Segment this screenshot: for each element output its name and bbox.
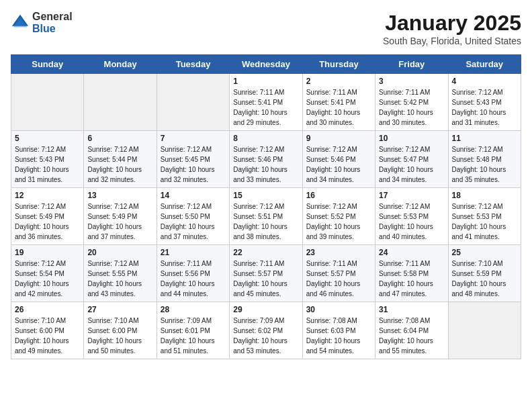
calendar-cell: 1Sunrise: 7:11 AMSunset: 5:41 PMDaylight…: [230, 74, 302, 131]
day-info: Sunrise: 7:09 AMSunset: 6:01 PMDaylight:…: [161, 316, 226, 356]
day-info: Sunrise: 7:12 AMSunset: 5:44 PMDaylight:…: [87, 144, 152, 185]
calendar-cell: 28Sunrise: 7:09 AMSunset: 6:01 PMDayligh…: [157, 302, 229, 359]
day-info: Sunrise: 7:12 AMSunset: 5:54 PMDaylight:…: [15, 259, 80, 299]
day-info: Sunrise: 7:12 AMSunset: 5:55 PMDaylight:…: [87, 259, 152, 299]
calendar-cell: 26Sunrise: 7:10 AMSunset: 6:00 PMDayligh…: [11, 302, 84, 359]
calendar-cell: 7Sunrise: 7:12 AMSunset: 5:45 PMDaylight…: [157, 131, 229, 188]
day-number: 2: [306, 77, 371, 86]
page-header: General Blue January 2025 South Bay, Flo…: [11, 11, 521, 46]
weekday-header-tuesday: Tuesday: [157, 55, 229, 74]
calendar-table: SundayMondayTuesdayWednesdayThursdayFrid…: [11, 54, 521, 359]
calendar-cell: [84, 74, 157, 131]
calendar-cell: [157, 74, 229, 131]
day-number: 11: [452, 134, 517, 143]
day-info: Sunrise: 7:11 AMSunset: 5:56 PMDaylight:…: [161, 259, 226, 299]
calendar-cell: 17Sunrise: 7:12 AMSunset: 5:53 PMDayligh…: [375, 188, 448, 245]
day-number: 28: [161, 305, 226, 314]
day-number: 29: [233, 305, 298, 314]
calendar-cell: 15Sunrise: 7:12 AMSunset: 5:51 PMDayligh…: [230, 188, 302, 245]
day-info: Sunrise: 7:12 AMSunset: 5:53 PMDaylight:…: [452, 201, 517, 242]
day-number: 9: [306, 134, 371, 143]
day-info: Sunrise: 7:12 AMSunset: 5:46 PMDaylight:…: [306, 144, 371, 185]
day-number: 27: [87, 305, 152, 314]
title-area: January 2025 South Bay, Florida, United …: [383, 11, 521, 46]
day-number: 22: [233, 248, 298, 257]
calendar-cell: 18Sunrise: 7:12 AMSunset: 5:53 PMDayligh…: [448, 188, 521, 245]
calendar-cell: 22Sunrise: 7:11 AMSunset: 5:57 PMDayligh…: [230, 245, 302, 302]
day-number: 25: [452, 248, 517, 257]
day-info: Sunrise: 7:11 AMSunset: 5:58 PMDaylight:…: [379, 259, 444, 299]
calendar-title: January 2025: [383, 11, 521, 36]
day-number: 8: [233, 134, 298, 143]
day-number: 21: [161, 248, 226, 257]
calendar-cell: 3Sunrise: 7:11 AMSunset: 5:42 PMDaylight…: [375, 74, 448, 131]
calendar-cell: 31Sunrise: 7:08 AMSunset: 6:04 PMDayligh…: [375, 302, 448, 359]
week-row-3: 12Sunrise: 7:12 AMSunset: 5:49 PMDayligh…: [11, 188, 521, 245]
day-info: Sunrise: 7:12 AMSunset: 5:49 PMDaylight:…: [15, 201, 80, 242]
weekday-header-friday: Friday: [375, 55, 448, 74]
day-info: Sunrise: 7:12 AMSunset: 5:46 PMDaylight:…: [233, 144, 298, 185]
weekday-header-row: SundayMondayTuesdayWednesdayThursdayFrid…: [11, 55, 521, 74]
day-info: Sunrise: 7:10 AMSunset: 6:00 PMDaylight:…: [15, 316, 80, 356]
calendar-cell: 23Sunrise: 7:11 AMSunset: 5:57 PMDayligh…: [302, 245, 375, 302]
day-number: 20: [87, 248, 152, 257]
day-number: 17: [379, 191, 444, 200]
day-number: 1: [233, 77, 298, 86]
weekday-header-wednesday: Wednesday: [230, 55, 302, 74]
weekday-header-saturday: Saturday: [448, 55, 521, 74]
calendar-cell: 24Sunrise: 7:11 AMSunset: 5:58 PMDayligh…: [375, 245, 448, 302]
calendar-cell: 5Sunrise: 7:12 AMSunset: 5:43 PMDaylight…: [11, 131, 84, 188]
day-number: 23: [306, 248, 371, 257]
calendar-cell: 4Sunrise: 7:12 AMSunset: 5:43 PMDaylight…: [448, 74, 521, 131]
calendar-cell: 6Sunrise: 7:12 AMSunset: 5:44 PMDaylight…: [84, 131, 157, 188]
calendar-cell: 11Sunrise: 7:12 AMSunset: 5:48 PMDayligh…: [448, 131, 521, 188]
day-info: Sunrise: 7:12 AMSunset: 5:43 PMDaylight:…: [452, 87, 517, 128]
day-number: 7: [161, 134, 226, 143]
week-row-4: 19Sunrise: 7:12 AMSunset: 5:54 PMDayligh…: [11, 245, 521, 302]
day-info: Sunrise: 7:11 AMSunset: 5:57 PMDaylight:…: [306, 259, 371, 299]
day-info: Sunrise: 7:12 AMSunset: 5:53 PMDaylight:…: [379, 201, 444, 242]
logo-text: General Blue: [32, 11, 73, 35]
day-info: Sunrise: 7:12 AMSunset: 5:48 PMDaylight:…: [452, 144, 517, 185]
calendar-cell: [448, 302, 521, 359]
day-info: Sunrise: 7:12 AMSunset: 5:47 PMDaylight:…: [379, 144, 444, 185]
day-info: Sunrise: 7:10 AMSunset: 5:59 PMDaylight:…: [452, 259, 517, 299]
calendar-cell: 19Sunrise: 7:12 AMSunset: 5:54 PMDayligh…: [11, 245, 84, 302]
week-row-2: 5Sunrise: 7:12 AMSunset: 5:43 PMDaylight…: [11, 131, 521, 188]
day-info: Sunrise: 7:11 AMSunset: 5:42 PMDaylight:…: [379, 87, 444, 128]
calendar-cell: 14Sunrise: 7:12 AMSunset: 5:50 PMDayligh…: [157, 188, 229, 245]
day-info: Sunrise: 7:11 AMSunset: 5:41 PMDaylight:…: [233, 87, 298, 128]
calendar-cell: 2Sunrise: 7:11 AMSunset: 5:41 PMDaylight…: [302, 74, 375, 131]
day-number: 30: [306, 305, 371, 314]
calendar-cell: 30Sunrise: 7:08 AMSunset: 6:03 PMDayligh…: [302, 302, 375, 359]
day-info: Sunrise: 7:12 AMSunset: 5:50 PMDaylight:…: [161, 201, 226, 242]
day-info: Sunrise: 7:12 AMSunset: 5:51 PMDaylight:…: [233, 201, 298, 242]
day-info: Sunrise: 7:12 AMSunset: 5:45 PMDaylight:…: [161, 144, 226, 185]
day-number: 6: [87, 134, 152, 143]
weekday-header-sunday: Sunday: [11, 55, 84, 74]
day-info: Sunrise: 7:10 AMSunset: 6:00 PMDaylight:…: [87, 316, 152, 356]
day-number: 10: [379, 134, 444, 143]
calendar-cell: 9Sunrise: 7:12 AMSunset: 5:46 PMDaylight…: [302, 131, 375, 188]
day-number: 4: [452, 77, 517, 86]
day-number: 5: [15, 134, 80, 143]
logo-icon: [11, 13, 30, 32]
calendar-subtitle: South Bay, Florida, United States: [383, 36, 521, 46]
day-number: 19: [15, 248, 80, 257]
calendar-cell: 29Sunrise: 7:09 AMSunset: 6:02 PMDayligh…: [230, 302, 302, 359]
day-number: 31: [379, 305, 444, 314]
day-info: Sunrise: 7:09 AMSunset: 6:02 PMDaylight:…: [233, 316, 298, 356]
day-info: Sunrise: 7:12 AMSunset: 5:43 PMDaylight:…: [15, 144, 80, 185]
day-number: 18: [452, 191, 517, 200]
calendar-cell: 20Sunrise: 7:12 AMSunset: 5:55 PMDayligh…: [84, 245, 157, 302]
calendar-cell: 25Sunrise: 7:10 AMSunset: 5:59 PMDayligh…: [448, 245, 521, 302]
weekday-header-monday: Monday: [84, 55, 157, 74]
day-number: 15: [233, 191, 298, 200]
day-info: Sunrise: 7:08 AMSunset: 6:04 PMDaylight:…: [379, 316, 444, 356]
week-row-1: 1Sunrise: 7:11 AMSunset: 5:41 PMDaylight…: [11, 74, 521, 131]
calendar-cell: 8Sunrise: 7:12 AMSunset: 5:46 PMDaylight…: [230, 131, 302, 188]
calendar-cell: 10Sunrise: 7:12 AMSunset: 5:47 PMDayligh…: [375, 131, 448, 188]
day-number: 24: [379, 248, 444, 257]
day-number: 12: [15, 191, 80, 200]
day-number: 3: [379, 77, 444, 86]
